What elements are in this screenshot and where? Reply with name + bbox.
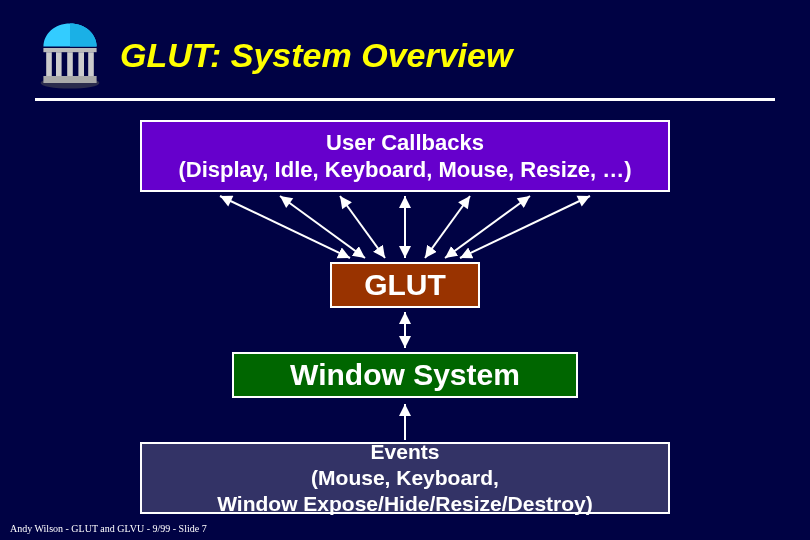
callbacks-line2: (Display, Idle, Keyboard, Mouse, Resize,… [178,156,631,184]
svg-rect-7 [88,52,94,76]
events-line3: Window Expose/Hide/Resize/Destroy) [217,491,593,517]
svg-rect-5 [67,52,73,76]
events-line2: (Mouse, Keyboard, [311,465,499,491]
svg-line-14 [460,196,590,258]
svg-line-10 [340,196,385,258]
callbacks-line1: User Callbacks [326,129,484,157]
slide-header: GLUT: System Overview [35,20,775,101]
slide-footer: Andy Wilson - GLUT and GLVU - 9/99 - Sli… [10,523,207,534]
svg-rect-3 [46,52,52,76]
window-label: Window System [290,356,520,394]
svg-line-12 [425,196,470,258]
diagram-area: User Callbacks (Display, Idle, Keyboard,… [0,110,810,510]
glut-label: GLUT [364,266,446,304]
box-events: Events (Mouse, Keyboard, Window Expose/H… [140,442,670,514]
svg-line-8 [220,196,350,258]
svg-rect-2 [43,48,96,52]
box-glut: GLUT [330,262,480,308]
box-user-callbacks: User Callbacks (Display, Idle, Keyboard,… [140,120,670,192]
slide-title: GLUT: System Overview [120,36,512,75]
svg-rect-4 [56,52,62,76]
svg-line-9 [280,196,365,258]
svg-rect-1 [43,76,96,83]
svg-line-13 [445,196,530,258]
pavilion-icon [35,20,105,90]
events-line1: Events [371,439,440,465]
svg-rect-6 [78,52,84,76]
box-window-system: Window System [232,352,578,398]
